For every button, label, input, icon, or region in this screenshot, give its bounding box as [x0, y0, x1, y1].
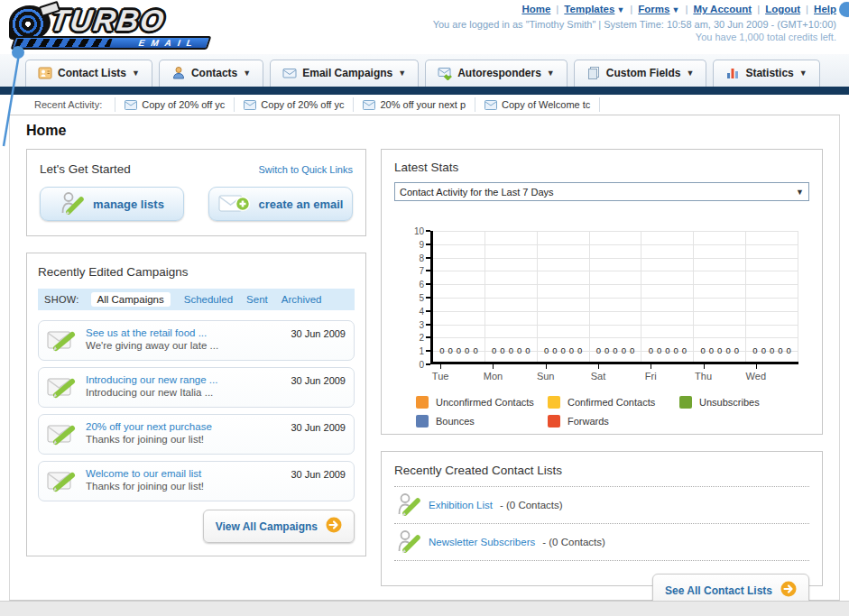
nav-separator: | — [757, 4, 760, 14]
nav-separator: | — [685, 4, 688, 14]
envelope-pencil-icon — [47, 327, 78, 353]
view-all-campaigns-button[interactable]: View All Campaigns — [203, 510, 355, 543]
data-label: 0 — [717, 345, 722, 355]
tab-email-campaigns[interactable]: Email Campaigns▼ — [270, 60, 419, 87]
recent-activity-item[interactable]: Copy of 20% off yc — [115, 97, 235, 112]
navy-divider-bar — [0, 87, 849, 95]
legend-forwards: Forwards — [548, 415, 679, 428]
nav-link-my-account[interactable]: My Account — [693, 4, 752, 14]
switch-quick-links-link[interactable]: Switch to Quick Links — [258, 164, 353, 175]
tab-contact-lists[interactable]: Contact Lists▼ — [25, 60, 152, 87]
y-tick-label: 5 — [419, 294, 424, 303]
logo-subtitle: EMAIL — [137, 38, 200, 48]
tab-label: Statistics — [745, 67, 793, 79]
arrow-circle-icon — [780, 581, 797, 600]
person-pencil-icon — [396, 492, 421, 518]
filter-all-campaigns[interactable]: All Campaigns — [91, 292, 171, 307]
data-labels: 00000 — [544, 345, 582, 355]
campaign-date: 30 Jun 2009 — [291, 422, 346, 433]
contact-list-link[interactable]: Exhibition List — [429, 500, 493, 510]
custom-fields-icon — [586, 66, 601, 80]
data-label: 0 — [674, 345, 678, 355]
data-label: 0 — [770, 345, 774, 355]
nav-link-help[interactable]: Help — [814, 4, 836, 14]
x-tick-mark — [493, 364, 494, 369]
x-tick-label: Tue — [432, 371, 449, 382]
data-labels: 00000 — [439, 345, 477, 355]
data-labels: 00000 — [596, 345, 634, 355]
recent-activity-item[interactable]: Copy of 20% off yc — [235, 97, 354, 112]
create-an-email-button[interactable]: create an email — [208, 187, 353, 221]
person-pencil-icon — [60, 191, 85, 216]
stats-period-dropdown[interactable]: Contact Activity for the Last 7 Days ▼ — [394, 182, 809, 201]
data-label: 0 — [709, 345, 714, 355]
nav-link-forms[interactable]: Forms — [638, 4, 669, 14]
chart-group-sat: 00000 — [590, 231, 642, 362]
chart-group-tue: 00000 — [433, 231, 485, 362]
chart-group-fri: 00000 — [641, 231, 694, 362]
envelope-pencil-icon — [47, 421, 78, 446]
nav-link-templates[interactable]: Templates — [564, 4, 614, 14]
legend-swatch — [416, 396, 429, 409]
recent-activity-items: Copy of 20% off ycCopy of 20% off yc20% … — [115, 95, 600, 115]
envelope-icon — [484, 100, 497, 110]
chevron-down-icon: ▼ — [671, 5, 679, 14]
chevron-down-icon: ▼ — [398, 69, 406, 78]
chevron-down-icon: ▼ — [243, 69, 251, 78]
campaign-item[interactable]: 20% off your next purchaseThanks for joi… — [38, 414, 355, 455]
data-label: 0 — [649, 345, 653, 355]
campaign-title-link[interactable]: Introducing our new range ... — [86, 374, 282, 385]
x-tick-mark — [651, 364, 651, 369]
nav-link-home[interactable]: Home — [521, 4, 550, 14]
contact-list-link[interactable]: Newsletter Subscribers — [429, 537, 535, 547]
filter-scheduled[interactable]: Scheduled — [184, 294, 233, 305]
legend-label: Confirmed Contacts — [568, 397, 655, 408]
manage-lists-button[interactable]: manage lists — [40, 187, 184, 221]
recent-activity-item[interactable]: Copy of Welcome tc — [475, 97, 600, 112]
nav-link-logout[interactable]: Logout — [765, 4, 800, 14]
contact-list-item[interactable]: Newsletter Subscribers- (0 Contacts) — [394, 523, 809, 561]
legend-swatch — [548, 415, 560, 428]
filter-sent[interactable]: Sent — [246, 294, 268, 305]
campaign-title-link[interactable]: Welcome to our email list — [86, 468, 282, 479]
arrow-circle-icon — [326, 517, 342, 536]
tab-autoresponders[interactable]: Autoresponders▼ — [425, 60, 568, 87]
data-label: 0 — [657, 345, 661, 355]
campaign-date: 30 Jun 2009 — [291, 469, 346, 480]
contact-list-items: Exhibition List- (0 Contacts)Newsletter … — [394, 486, 809, 561]
envelope-icon — [244, 100, 256, 110]
chart-group-wed: 00000 — [746, 231, 798, 362]
tab-label: Contact Lists — [58, 67, 126, 79]
tab-contacts[interactable]: Contacts▼ — [159, 60, 263, 87]
campaign-title-link[interactable]: See us at the retail food ... — [86, 327, 282, 338]
tab-statistics[interactable]: Statistics▼ — [713, 60, 819, 87]
campaign-item[interactable]: Introducing our new range ...Introducing… — [38, 367, 355, 408]
y-tick-label: 1 — [419, 347, 424, 356]
top-nav-links: Home|Templates▼|Forms▼|My Account|Logout… — [433, 4, 836, 14]
contact-list-item[interactable]: Exhibition List- (0 Contacts) — [394, 486, 809, 523]
campaigns-filter-bar: SHOW: All CampaignsScheduledSentArchived — [38, 289, 355, 310]
filter-archived[interactable]: Archived — [281, 294, 322, 305]
campaign-date: 30 Jun 2009 — [291, 375, 346, 386]
campaign-filters: All CampaignsScheduledSentArchived — [91, 292, 322, 307]
tab-label: Custom Fields — [606, 67, 681, 79]
recent-activity-item[interactable]: 20% off your next p — [354, 97, 475, 112]
x-tick-mark — [546, 364, 547, 369]
campaign-subtitle: Thanks for joining our list! — [86, 481, 282, 492]
latest-stats-title: Latest Stats — [394, 161, 809, 174]
campaign-item[interactable]: Welcome to our email listThanks for join… — [38, 461, 355, 501]
data-label: 0 — [596, 345, 601, 355]
data-label: 0 — [630, 345, 634, 355]
data-label: 0 — [492, 345, 496, 355]
chart-group-mon: 00000 — [485, 231, 538, 362]
tab-custom-fields[interactable]: Custom Fields▼ — [574, 60, 707, 87]
tab-label: Contacts — [191, 67, 237, 79]
data-label: 0 — [525, 345, 530, 355]
chart-group-sun: 00000 — [538, 231, 590, 362]
show-label: SHOW: — [44, 294, 79, 305]
campaign-title-link[interactable]: 20% off your next purchase — [86, 421, 282, 432]
credits-text: You have 1,000 total credits left. — [433, 32, 836, 42]
legend-label: Unconfirmed Contacts — [436, 397, 534, 408]
campaign-date: 30 Jun 2009 — [291, 328, 346, 339]
campaign-item[interactable]: See us at the retail food ...We're givin… — [38, 320, 355, 361]
